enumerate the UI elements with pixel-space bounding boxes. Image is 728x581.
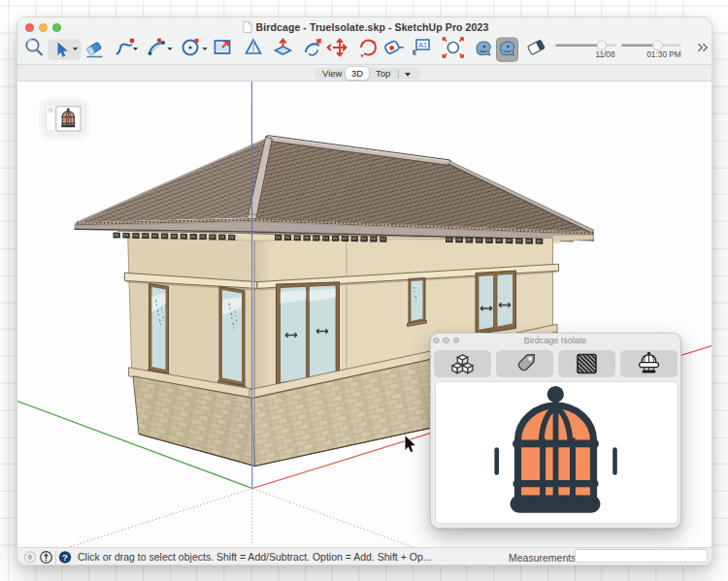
svg-text:01:30 PM: 01:30 PM [646, 49, 681, 59]
svg-text:A1: A1 [418, 41, 427, 49]
svg-text:11/08: 11/08 [595, 49, 615, 59]
svg-text:?: ? [62, 552, 68, 563]
